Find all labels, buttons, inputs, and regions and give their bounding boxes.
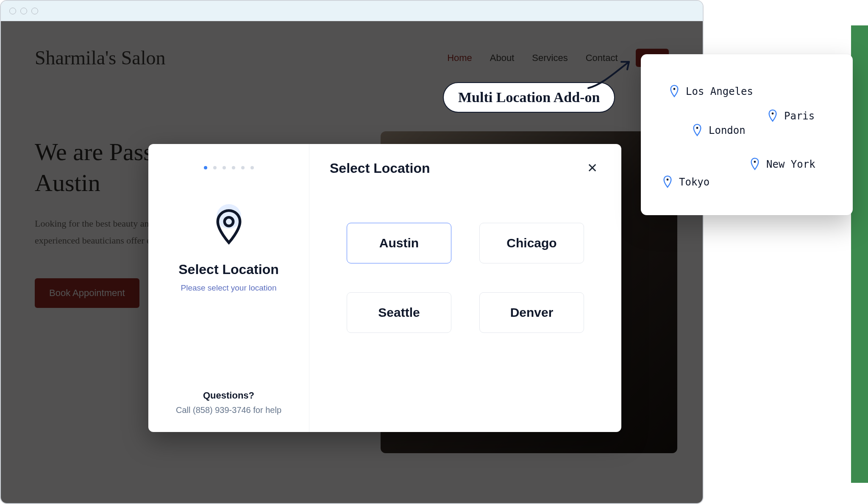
background-accent-strip — [851, 25, 868, 483]
svg-point-1 — [673, 88, 676, 90]
browser-titlebar — [1, 1, 703, 21]
callout-arrow-icon — [585, 55, 640, 93]
modal-title: Select Location — [330, 161, 430, 176]
sidebar-title: Select Location — [178, 262, 279, 277]
place-label: Los Angeles — [686, 86, 753, 97]
close-icon[interactable]: ✕ — [584, 160, 601, 176]
window-maximize-icon[interactable] — [31, 8, 38, 14]
location-pin-icon — [201, 203, 256, 250]
svg-point-4 — [754, 161, 756, 163]
place-label: Paris — [784, 110, 815, 122]
sidebar-subtitle: Please select your location — [181, 283, 276, 293]
place-label: London — [709, 125, 746, 136]
location-option[interactable]: Seattle — [347, 292, 451, 333]
world-locations-card: Los Angeles Paris London New York Tokyo — [641, 54, 853, 215]
step-dot — [232, 166, 235, 169]
place-item: Los Angeles — [668, 84, 753, 99]
location-modal: Select Location Please select your locat… — [148, 144, 621, 432]
place-label: New York — [766, 158, 815, 170]
step-dot — [241, 166, 245, 169]
place-label: Tokyo — [679, 176, 709, 188]
location-option[interactable]: Denver — [479, 292, 584, 333]
place-item: New York — [748, 157, 815, 172]
location-grid: AustinChicagoSeattleDenver — [330, 223, 601, 333]
step-dot — [223, 166, 226, 169]
step-indicator — [204, 166, 254, 169]
place-item: London — [691, 123, 746, 138]
sidebar-help: Questions? Call (858) 939-3746 for help — [176, 373, 281, 415]
modal-sidebar: Select Location Please select your locat… — [148, 144, 309, 432]
svg-point-5 — [667, 179, 669, 181]
step-dot — [204, 166, 207, 169]
step-dot — [250, 166, 254, 169]
place-item: Tokyo — [661, 174, 709, 190]
svg-point-2 — [772, 113, 774, 115]
step-dot — [213, 166, 217, 169]
location-option[interactable]: Chicago — [479, 223, 584, 263]
modal-main: Select Location ✕ AustinChicagoSeattleDe… — [309, 144, 621, 432]
place-item: Paris — [766, 108, 815, 124]
svg-point-0 — [224, 217, 233, 226]
window-minimize-icon[interactable] — [20, 8, 27, 14]
location-option[interactable]: Austin — [347, 223, 451, 263]
window-close-icon[interactable] — [9, 8, 16, 14]
svg-point-3 — [696, 127, 698, 129]
help-phone: Call (858) 939-3746 for help — [176, 405, 281, 415]
help-title: Questions? — [176, 390, 281, 401]
